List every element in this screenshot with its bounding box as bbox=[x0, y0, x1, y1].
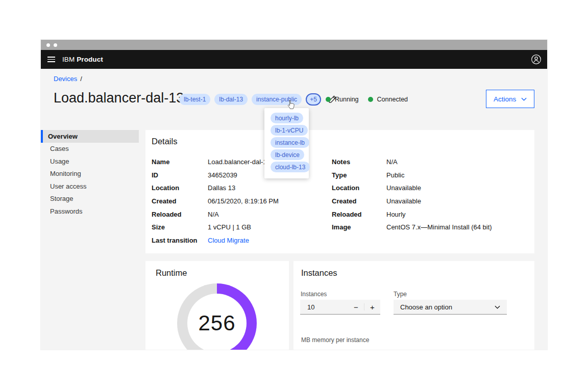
detail-value: Dallas 13 bbox=[208, 184, 235, 197]
status-running: Running bbox=[326, 96, 359, 103]
runtime-card: Runtime 256 bbox=[145, 261, 289, 350]
instances-number-input: − + bbox=[300, 300, 380, 315]
tag: lb-dal-13 bbox=[214, 94, 248, 105]
status-connected: Connected bbox=[368, 96, 408, 103]
detail-value: N/A bbox=[386, 158, 398, 171]
window-control-dot[interactable] bbox=[46, 43, 50, 47]
popup-tag: hourly-lb bbox=[271, 113, 303, 123]
runtime-card-title: Runtime bbox=[156, 268, 187, 278]
popup-tag: cloud-lb-13 bbox=[271, 162, 310, 172]
detail-row: LocationUnavailable bbox=[332, 184, 528, 197]
detail-label: Size bbox=[152, 223, 208, 237]
popup-tag: lb-1-vCPU bbox=[271, 125, 308, 136]
detail-value: Public bbox=[386, 171, 404, 185]
detail-row: LocationDallas 13 bbox=[152, 184, 325, 197]
detail-row: ReloadedN/A bbox=[152, 211, 325, 224]
sidebar-item-monitoring[interactable]: Monitoring bbox=[41, 168, 139, 180]
sidebar-nav: Overview Cases Usage Monitoring User acc… bbox=[41, 130, 139, 218]
instances-card-title: Instances bbox=[301, 268, 337, 278]
breadcrumb-separator: / bbox=[80, 75, 82, 83]
actions-dropdown-button[interactable]: Actions bbox=[486, 90, 534, 108]
actions-label: Actions bbox=[494, 95, 516, 103]
green-dot-icon bbox=[368, 97, 373, 102]
hamburger-menu-icon[interactable] bbox=[47, 57, 56, 62]
sidebar-item-cases[interactable]: Cases bbox=[41, 143, 139, 155]
detail-label: Name bbox=[152, 158, 208, 171]
sidebar-item-overview[interactable]: Overview bbox=[41, 130, 139, 143]
detail-label: Reloaded bbox=[152, 211, 208, 224]
runtime-donut: 256 bbox=[177, 283, 257, 350]
detail-row: NotesN/A bbox=[332, 158, 528, 171]
details-card: Details NameLoad.balancer-dal-13 ID34652… bbox=[145, 130, 534, 253]
detail-value: Load.balancer-dal-13 bbox=[208, 158, 271, 171]
popup-tag: instance-lb bbox=[271, 137, 309, 148]
type-label: Type bbox=[394, 291, 407, 298]
window-control-dot[interactable] bbox=[54, 43, 57, 47]
brand-prefix: IBM bbox=[62, 56, 75, 63]
detail-label: Reloaded bbox=[332, 211, 386, 224]
detail-label: Last transition bbox=[152, 237, 208, 250]
detail-value: 1 vCPU | 1 GB bbox=[208, 223, 251, 237]
app-header: IBM Product bbox=[41, 50, 547, 69]
cloud-migrate-link[interactable]: Cloud Migrate bbox=[208, 237, 249, 250]
tag-row: lb-test-1 lb-dal-13 instance-public +5 bbox=[179, 93, 337, 106]
detail-label: Image bbox=[332, 223, 386, 237]
status-label: Running bbox=[335, 96, 359, 103]
instances-card: Instances Instances − + Type Choose an o… bbox=[293, 261, 534, 350]
tag: lb-test-1 bbox=[179, 94, 210, 105]
window-titlebar bbox=[41, 40, 547, 50]
sidebar-item-usage[interactable]: Usage bbox=[41, 155, 139, 168]
sidebar-item-user-access[interactable]: User access bbox=[41, 180, 139, 193]
detail-row: ImageCentOS 7.x—Minimal Install (64 bit) bbox=[332, 223, 528, 237]
detail-value: Hourly bbox=[386, 211, 406, 224]
detail-label: Notes bbox=[332, 158, 386, 171]
details-card-title: Details bbox=[152, 137, 177, 146]
detail-label: Location bbox=[152, 184, 208, 197]
brand-name: Product bbox=[77, 56, 103, 63]
runtime-donut-hole: 256 bbox=[187, 294, 247, 350]
green-dot-icon bbox=[326, 97, 331, 102]
detail-label: ID bbox=[152, 171, 208, 185]
type-select[interactable]: Choose an option bbox=[394, 300, 507, 315]
detail-row: Last transitionCloud Migrate bbox=[152, 237, 325, 250]
detail-row: Created06/15/2020, 8:19:16 PM bbox=[152, 197, 325, 211]
breadcrumb: Devices/ bbox=[54, 75, 82, 83]
detail-label: Created bbox=[152, 197, 208, 211]
status-indicators: Running Connected bbox=[326, 96, 408, 103]
chevron-down-icon bbox=[521, 97, 527, 101]
page-title: Load.balancer-dal-13 bbox=[54, 90, 184, 106]
type-select-value: Choose an option bbox=[400, 303, 452, 311]
memory-note: MB memory per instance bbox=[301, 336, 369, 344]
instances-count-field[interactable] bbox=[300, 300, 348, 314]
detail-value: Unavailable bbox=[386, 184, 421, 197]
detail-row: Size1 vCPU | 1 GB bbox=[152, 223, 325, 237]
app-window: IBM Product Devices/ Load.balancer-dal-1… bbox=[41, 40, 547, 350]
detail-value: 34652039 bbox=[208, 171, 237, 185]
detail-value: N/A bbox=[208, 211, 219, 224]
page-content: Devices/ Load.balancer-dal-13 lb-test-1 … bbox=[41, 69, 547, 350]
sidebar-item-storage[interactable]: Storage bbox=[41, 193, 139, 205]
tag-overflow-button[interactable]: +5 bbox=[306, 93, 321, 106]
details-right-column: NotesN/A TypePublic LocationUnavailable … bbox=[332, 158, 528, 237]
sidebar-item-passwords[interactable]: Passwords bbox=[41, 205, 139, 218]
detail-row: ReloadedHourly bbox=[332, 211, 528, 224]
overflow-tag-popup: hourly-lb lb-1-vCPU instance-lb lb-devic… bbox=[264, 108, 309, 178]
detail-label: Created bbox=[332, 197, 386, 211]
user-avatar-icon[interactable] bbox=[531, 54, 542, 65]
detail-label: Type bbox=[332, 171, 386, 185]
tag: instance-public bbox=[252, 94, 302, 105]
brand-title: IBM Product bbox=[62, 56, 103, 63]
instances-count-label: Instances bbox=[301, 291, 327, 298]
decrement-button[interactable]: − bbox=[348, 300, 364, 314]
popup-tag: lb-device bbox=[271, 149, 304, 160]
status-label: Connected bbox=[377, 96, 408, 103]
detail-row: CreatedUnavailable bbox=[332, 197, 528, 211]
detail-value: Unavailable bbox=[386, 197, 421, 211]
detail-value: 06/15/2020, 8:19:16 PM bbox=[208, 197, 279, 211]
detail-value: CentOS 7.x—Minimal Install (64 bit) bbox=[386, 223, 492, 237]
runtime-value: 256 bbox=[198, 311, 235, 335]
breadcrumb-link-devices[interactable]: Devices bbox=[54, 75, 77, 83]
increment-button[interactable]: + bbox=[364, 300, 380, 314]
detail-row: TypePublic bbox=[332, 171, 528, 185]
chevron-down-icon bbox=[495, 305, 500, 309]
